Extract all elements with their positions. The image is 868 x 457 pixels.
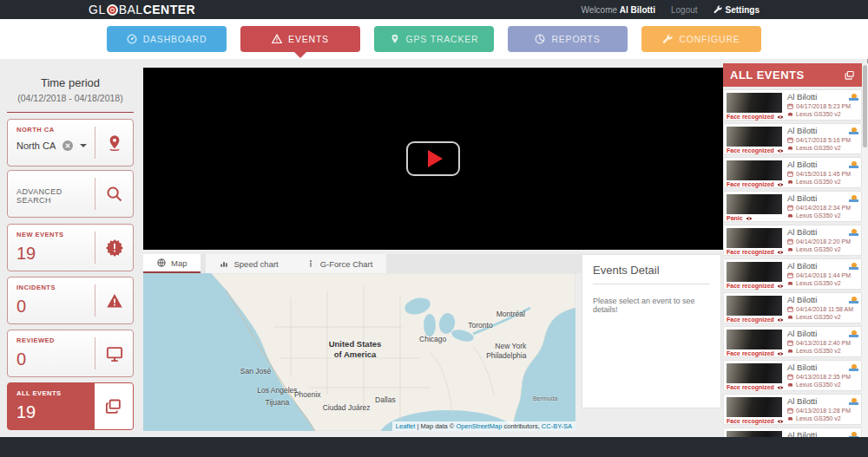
event-vehicle: Lexus GS350 v2 <box>796 179 841 185</box>
tab-speed-chart[interactable]: Speed chart <box>206 254 292 273</box>
eye-icon <box>777 351 784 356</box>
event-thumbnail[interactable] <box>727 262 782 282</box>
event-tag-label: Face recognized <box>727 147 774 153</box>
tab-group: Speed chart G-Force Chart <box>206 254 386 273</box>
event-card[interactable]: Face recognized Al Bilotti 04/14/2018 11… <box>723 292 862 323</box>
map-attribution: Leaflet | Map data © OpenStreetMap contr… <box>392 421 575 431</box>
top-bar: GLBALCENTER Welcome Al Bilotti Logout Se… <box>0 0 868 19</box>
tab-gforce-chart-label: G-Force Chart <box>320 259 373 269</box>
daytime-icon <box>849 397 858 405</box>
settings-link[interactable]: Settings <box>713 5 760 15</box>
event-card[interactable]: Face recognized Al Bilotti 04/14/2018 2:… <box>723 225 862 256</box>
event-thumbnail[interactable] <box>727 296 782 316</box>
leaflet-map[interactable]: MontréalTorontoChicagoNew YorkPhiladelph… <box>143 273 575 431</box>
daytime-icon <box>849 93 858 101</box>
events-detail-title: Events Detail <box>593 264 710 284</box>
event-card[interactable]: Face recognized Al Bilotti 04/14/2018 1:… <box>723 258 862 290</box>
event-vehicle-row: Lexus GS350 v2 <box>787 212 851 219</box>
new-events-card[interactable]: NEW EVENTS 19 <box>7 224 134 271</box>
event-card[interactable]: Face recognized Al Bilotti 04/13/2018 2:… <box>723 360 862 391</box>
logout-link[interactable]: Logout <box>671 5 698 15</box>
event-datetime: 04/13/2018 1:28 PM <box>796 408 851 414</box>
eye-icon <box>777 419 784 424</box>
daytime-icon <box>849 296 858 304</box>
event-card[interactable]: Face recognized Al Bilotti 04/17/2018 5:… <box>723 123 862 154</box>
event-vehicle: Lexus GS350 v2 <box>796 212 841 219</box>
calendar-icon <box>787 103 793 109</box>
event-vehicle: Lexus GS350 v2 <box>796 246 841 252</box>
eye-icon <box>746 216 753 221</box>
calendar-icon <box>787 408 793 414</box>
calendar-icon <box>787 238 793 245</box>
nav-dashboard-button[interactable]: DASHBOARD <box>107 26 227 52</box>
daytime-icon <box>849 363 858 371</box>
events-detail-panel: Events Detail Please select an event to … <box>582 254 721 408</box>
event-thumbnail[interactable] <box>727 93 782 113</box>
eye-icon <box>777 284 784 289</box>
car-icon <box>787 246 793 252</box>
nav-reports-label: REPORTS <box>551 34 600 44</box>
advanced-search-card[interactable]: ADVANCED SEARCH <box>7 170 134 218</box>
event-tag-label: Face recognized <box>727 350 774 356</box>
region-select[interactable]: North CA <box>16 140 95 151</box>
event-card[interactable]: Panic Al Bilotti 04/14/2018 2:34 PM Lexu… <box>723 191 862 222</box>
event-info: Al Bilotti 04/14/2018 11:58 AM Lexus GS3… <box>787 295 853 320</box>
new-events-icon-zone <box>95 232 133 264</box>
calendar-icon <box>787 205 793 211</box>
video-player[interactable] <box>143 68 723 250</box>
event-thumbnail[interactable] <box>727 330 782 349</box>
incidents-count: 0 <box>16 297 95 317</box>
tab-map[interactable]: Map <box>143 254 201 273</box>
event-thumbnail[interactable] <box>727 160 782 180</box>
wrench-icon <box>713 5 722 14</box>
event-card[interactable]: Face recognized Al Bilotti 04/13/2018 1:… <box>723 394 862 425</box>
event-thumbnail[interactable] <box>727 194 782 214</box>
time-period: Time period (04/12/2018 - 04/18/2018) <box>0 59 141 113</box>
username: Al Bilotti <box>620 5 655 15</box>
nav-gps-tracker-button[interactable]: GPS TRACKER <box>374 26 494 52</box>
event-thumbnail[interactable] <box>727 127 782 147</box>
region-pin-button[interactable] <box>95 127 133 159</box>
region-select-value: North CA <box>16 140 56 151</box>
reviewed-icon-zone <box>95 337 133 369</box>
car-icon <box>787 348 793 354</box>
event-card[interactable]: Face recognized Al Bilotti 04/13/2018 2:… <box>723 326 862 357</box>
map-tiles <box>143 273 575 431</box>
leaflet-link[interactable]: Leaflet <box>396 422 416 430</box>
tab-gforce-chart[interactable]: G-Force Chart <box>293 254 387 273</box>
license-link[interactable]: CC-BY-SA <box>542 422 572 430</box>
welcome-text: Welcome Al Bilotti <box>582 5 655 15</box>
event-vehicle: Lexus GS350 v2 <box>796 415 841 421</box>
event-date-row: 04/14/2018 2:34 PM <box>787 205 851 211</box>
car-icon <box>787 415 793 421</box>
event-datetime: 04/14/2018 2:34 PM <box>796 205 851 211</box>
event-vehicle-row: Lexus GS350 v2 <box>787 111 851 117</box>
osm-link[interactable]: OpenStreetMap <box>456 422 502 430</box>
nav-configure-button[interactable]: CONFIGURE <box>641 26 761 52</box>
event-tag: Face recognized <box>727 181 784 187</box>
copy-icon[interactable] <box>845 70 855 81</box>
clear-region-icon[interactable] <box>62 140 73 151</box>
all-events-card[interactable]: ALL EVENTS 19 <box>7 382 134 430</box>
events-scrollbar[interactable] <box>862 63 868 457</box>
divider <box>7 112 134 113</box>
event-datetime: 04/14/2018 1:44 PM <box>796 272 851 278</box>
search-button[interactable] <box>95 178 133 210</box>
event-thumbnail[interactable] <box>727 397 782 417</box>
event-tag: Face recognized <box>727 249 784 255</box>
nav-reports-button[interactable]: REPORTS <box>508 26 628 52</box>
reviewed-card[interactable]: REVIEWED 0 <box>7 330 134 377</box>
event-date-row: 04/15/2018 1:45 PM <box>787 171 851 177</box>
event-card[interactable]: Face recognized Al Bilotti 04/17/2018 5:… <box>723 89 862 121</box>
event-thumbnail[interactable] <box>727 228 782 248</box>
event-datetime: 04/13/2018 2:40 PM <box>796 340 851 346</box>
scrollbar-thumb[interactable] <box>863 65 867 147</box>
play-button[interactable] <box>406 141 460 176</box>
event-card[interactable]: Face recognized Al Bilotti 04/15/2018 1:… <box>723 157 862 188</box>
nav-events-button[interactable]: EVENTS <box>240 26 360 52</box>
copy-icon <box>105 398 122 415</box>
eye-icon <box>777 385 784 390</box>
incidents-card[interactable]: INCIDENTS 0 <box>7 277 134 324</box>
chevron-down-icon[interactable] <box>80 144 87 147</box>
event-thumbnail[interactable] <box>727 363 782 383</box>
